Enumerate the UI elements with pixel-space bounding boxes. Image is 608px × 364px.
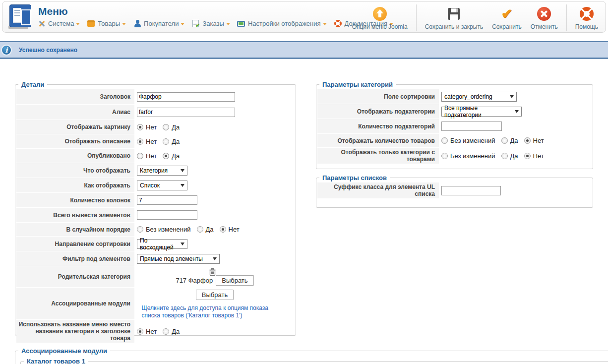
row-what-display: Что отображать Категория	[16, 163, 293, 178]
row-sort-direction: Направление сортировки По восходящей	[16, 237, 293, 251]
dropdown-arrow-icon	[181, 243, 184, 245]
ul-class-suffix-input[interactable]	[441, 186, 501, 195]
row-columns: Количество колонок	[16, 193, 293, 207]
only-products-nochange-radio[interactable]	[441, 153, 448, 159]
person-icon	[133, 19, 141, 28]
field-label: Как отображать	[16, 178, 134, 192]
modules-select-button[interactable]: Выбрать	[196, 290, 234, 300]
trash-icon[interactable]	[209, 268, 216, 278]
row-ul-class-suffix: Суффикс класса для элемента UL списка	[317, 182, 590, 198]
subcategory-count-input[interactable]	[441, 121, 502, 131]
joomla-menu-options-button[interactable]: Опции меню Joomla	[348, 3, 412, 32]
parent-category-value: 717 Фарфор	[176, 277, 213, 284]
only-products-no-radio[interactable]	[524, 153, 531, 159]
only-products-yes-radio[interactable]	[501, 153, 508, 159]
toolbar-separator	[566, 4, 567, 31]
toolbar: Опции меню Joomla Сохранить и закрыть ✔ …	[348, 3, 603, 32]
show-image-yes-radio[interactable]	[163, 124, 169, 130]
field-label: В случайном порядке	[16, 223, 134, 236]
row-alias: Алиас	[16, 105, 293, 120]
row-show-image: Отображать картинку Нет Да	[16, 120, 293, 134]
row-published: Опубликовано Нет Да	[16, 149, 293, 163]
radio-label: Да	[172, 152, 180, 160]
how-display-select[interactable]: Список	[137, 181, 187, 190]
chevron-down-icon	[323, 23, 327, 25]
save-button[interactable]: ✔ Сохранить	[487, 3, 526, 32]
menu-item-customers[interactable]: Покупатели	[133, 19, 184, 28]
catalog-legend: Каталог товаров 1	[24, 358, 88, 364]
details-fieldset: Детали Заголовок Алиас Отображать картин…	[15, 81, 296, 336]
page-title: Меню	[38, 5, 68, 17]
save-and-close-button[interactable]: Сохранить и закрыть	[421, 3, 487, 32]
app-logo	[8, 4, 32, 29]
field-label: Количество колонок	[16, 193, 134, 207]
row-sort-field: Поле сортировки category_ordering	[317, 89, 590, 104]
columns-input[interactable]	[137, 195, 197, 205]
toolbar-separator	[416, 4, 417, 31]
menu-item-label: Система	[48, 20, 74, 27]
field-label: Фильтр под элементов	[16, 251, 134, 266]
radio-label: Нет	[146, 328, 157, 335]
cancel-button[interactable]: Отменить	[526, 3, 562, 32]
use-menu-name-yes-radio[interactable]	[163, 328, 169, 335]
radio-label: Нет	[146, 152, 157, 160]
details-legend: Детали	[18, 81, 47, 88]
menu-item-label: Настройки отображения	[248, 20, 321, 27]
product-list-options-link[interactable]: Щелкните здесь для доступа к опциям пока…	[142, 304, 288, 319]
field-label: Использовать название меню вместо назван…	[16, 320, 134, 343]
row-associated-modules: Ассоциированные модули Выбрать Щелкните …	[16, 288, 293, 319]
use-menu-name-no-radio[interactable]	[137, 328, 143, 335]
catalog-fieldset: Каталог товаров 1	[20, 358, 608, 364]
row-only-categories-with-products: Отображать только категории с товарами Б…	[317, 148, 590, 164]
info-icon: i	[1, 45, 12, 56]
sort-field-select[interactable]: category_ordering	[441, 92, 517, 102]
random-no-radio[interactable]	[220, 226, 226, 233]
arrow-up-circle-icon	[373, 5, 387, 22]
menu-item-system[interactable]: Система	[37, 19, 80, 28]
radio-label: Да	[510, 137, 518, 144]
chevron-down-icon	[122, 23, 126, 25]
category-params-legend: Параметры категорий	[319, 81, 396, 88]
title-input[interactable]	[137, 92, 235, 102]
subitem-filter-select[interactable]: Прямые под элементы	[137, 254, 220, 264]
show-desc-no-radio[interactable]	[137, 138, 143, 145]
floppy-icon	[448, 5, 460, 22]
menu-item-display-settings[interactable]: Настройки отображения	[237, 19, 327, 28]
published-no-radio[interactable]	[137, 153, 143, 159]
show-image-no-radio[interactable]	[137, 124, 143, 130]
dropdown-arrow-icon	[213, 257, 217, 260]
field-label: Всего вывести элементов	[16, 208, 134, 222]
header-panel: Меню Система Товары Покупатели Заказы На…	[2, 1, 606, 33]
total-items-input[interactable]	[137, 210, 197, 220]
radio-label: Нет	[146, 138, 157, 145]
help-button[interactable]: Помощь	[571, 3, 603, 32]
product-count-yes-radio[interactable]	[501, 137, 508, 144]
field-label: Поле сортировки	[317, 89, 439, 104]
published-yes-radio[interactable]	[163, 153, 169, 159]
sort-direction-select[interactable]: По восходящей	[137, 239, 187, 249]
what-display-select[interactable]: Категория	[137, 166, 187, 176]
row-subcategory-count: Количество подкатегорий	[317, 119, 590, 133]
menu-item-products[interactable]: Товары	[87, 19, 126, 28]
product-count-no-radio[interactable]	[524, 137, 531, 144]
radio-label: Да	[172, 138, 180, 145]
product-count-nochange-radio[interactable]	[441, 137, 448, 144]
alias-input[interactable]	[137, 108, 235, 117]
random-nochange-radio[interactable]	[137, 226, 143, 233]
random-yes-radio[interactable]	[197, 226, 203, 233]
field-label: Родительская категория	[16, 266, 134, 287]
row-total-items: Всего вывести элементов	[16, 208, 293, 222]
monitor-icon	[237, 19, 245, 28]
field-label: Суффикс класса для элемента UL списка	[317, 182, 439, 198]
show-subcategories-select[interactable]: Все прямые подкатегории	[441, 107, 522, 117]
success-message-bar: i Успешно сохранено	[0, 41, 608, 59]
row-parent-category: Родительская категория 717 Фарфор Выбрат…	[16, 266, 293, 287]
chevron-down-icon	[76, 23, 80, 25]
row-show-description: Отображать описание Нет Да	[16, 134, 293, 148]
show-desc-yes-radio[interactable]	[163, 138, 169, 145]
menu-item-orders[interactable]: Заказы	[191, 19, 230, 28]
row-random-order: В случайном порядке Без изменений Да Нет	[16, 223, 293, 236]
field-label: Что отображать	[16, 163, 134, 178]
parent-category-select-button[interactable]: Выбрать	[216, 275, 253, 286]
field-label: Опубликовано	[16, 149, 134, 163]
